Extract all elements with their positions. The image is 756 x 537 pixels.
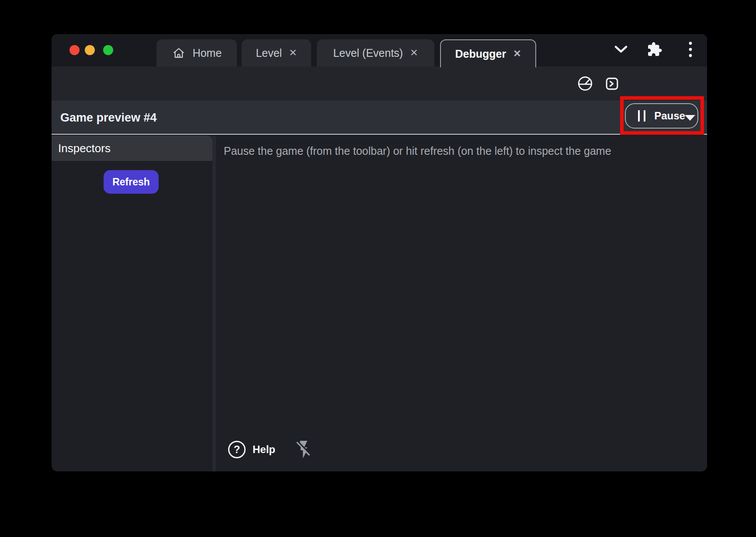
debugger-window: Home Level ✕ Level (Events) ✕ Debugger ✕ xyxy=(52,34,707,471)
desktop-background: Home Level ✕ Level (Events) ✕ Debugger ✕ xyxy=(0,0,756,537)
tab-level-events[interactable]: Level (Events) ✕ xyxy=(317,39,434,66)
minimize-window-button[interactable] xyxy=(85,45,95,55)
pause-button[interactable]: Pause xyxy=(625,103,698,129)
profiler-gauge-icon[interactable] xyxy=(577,75,593,92)
close-window-button[interactable] xyxy=(69,45,80,55)
kebab-menu-icon[interactable] xyxy=(687,41,694,58)
pause-icon xyxy=(638,110,645,122)
tab-home[interactable]: Home xyxy=(156,39,237,66)
tab-level[interactable]: Level ✕ xyxy=(242,39,311,66)
game-preview-header: Game preview #4 xyxy=(52,101,707,135)
puzzle-extensions-icon[interactable] xyxy=(647,42,662,57)
tab-label: Level (Events) xyxy=(333,47,403,59)
inspectors-sidebar: Inspectors Refresh xyxy=(52,136,212,471)
close-tab-icon[interactable]: ✕ xyxy=(289,48,297,58)
zoom-window-button[interactable] xyxy=(103,45,113,55)
close-tab-icon[interactable]: ✕ xyxy=(513,49,521,59)
help-icon[interactable]: ? xyxy=(228,441,246,458)
tab-label: Home xyxy=(193,47,222,59)
tab-label: Debugger xyxy=(455,48,506,60)
titlebar: Home Level ✕ Level (Events) ✕ Debugger ✕ xyxy=(52,34,707,66)
refresh-button[interactable]: Refresh xyxy=(104,170,159,194)
game-preview-title: Game preview #4 xyxy=(60,101,157,135)
inspectors-title: Inspectors xyxy=(58,142,111,155)
help-label[interactable]: Help xyxy=(253,443,275,456)
instruction-message: Pause the game (from the toolbar) or hit… xyxy=(224,145,611,157)
home-icon xyxy=(172,46,186,60)
chevron-down-icon[interactable] xyxy=(614,45,628,54)
close-tab-icon[interactable]: ✕ xyxy=(410,48,418,58)
tab-label: Level xyxy=(256,47,282,59)
inspectors-section-header: Inspectors xyxy=(52,136,212,161)
pause-button-label: Pause xyxy=(654,110,685,122)
console-icon[interactable] xyxy=(605,77,619,91)
tab-debugger[interactable]: Debugger ✕ xyxy=(440,39,536,67)
footer-actions: ? Help xyxy=(228,439,312,460)
debugger-toolbar: Pause xyxy=(52,66,707,101)
debugger-main-panel: Pause the game (from the toolbar) or hit… xyxy=(216,136,707,471)
flash-off-icon[interactable] xyxy=(295,439,312,460)
sidebar-divider xyxy=(212,136,216,471)
